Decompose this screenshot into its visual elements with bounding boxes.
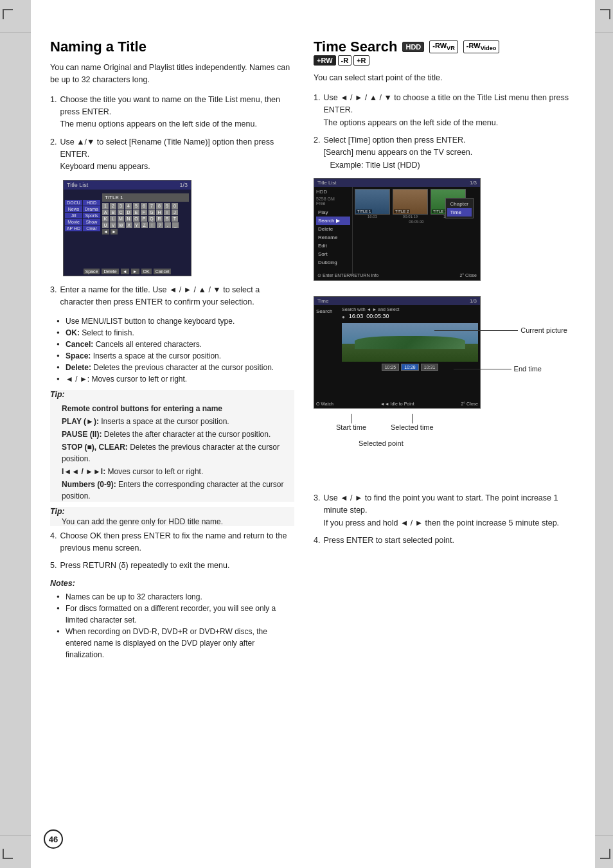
time-right-content: Search with ◄ ► and Select ● 16:03 00:05… [340,305,480,387]
time-search-header: Time Search HDD -RWVR -RWVideo +RW -R +R [314,39,576,66]
step3-list: 3. Enter a name for the title. Use ◄ / ►… [50,284,294,309]
step-1-text: Choose the title you want to name on the… [60,95,280,116]
badge-rw: +RW [314,55,336,66]
corner-mark-bottom-right [600,849,610,859]
time-top-bar: Time 1/3 [314,297,480,305]
tl-alpha-row-3: U V W X Y Z ! ? . _ [102,222,189,228]
time-preview-mountain [355,336,465,349]
badge-hdd: HDD [402,42,424,52]
bullet-space: Space: Inserts a space at the cursor pos… [57,350,294,362]
ts-step-1-content: Use ◄ / ► / ▲ / ▼ to choose a title on t… [323,92,576,129]
time-radio-row: ● 16:03 00:05:30 [342,313,478,321]
hdd-submenu-chapter[interactable]: Chapter [447,200,472,208]
tip2-text: You can add the genre only for HDD title… [62,517,294,526]
corner-mark-bottom-left [3,849,13,859]
bullet-delete: Delete: Deletes the previous character a… [57,362,294,373]
step-4-text: Choose OK then press ENTER to fix the na… [60,530,294,555]
hdd-screen-wrapper: Title List 1/3 HDD 5258 GMFree Play Sear… [314,178,576,281]
step-5-text: Press RETURN (δ) repeatedly to exit the … [60,560,229,572]
ts-steps-3-4: 3. Use ◄ / ► to find the point you want … [314,492,576,547]
right-margin-line-bottom [595,835,613,836]
ts-step-1-sub: The options appears on the left side of … [323,118,498,127]
step-1-num: 1. [50,94,57,131]
tip1-label: Tip: [50,390,294,399]
bullet-ok: OK: Select to finish. [57,327,294,339]
time-hint-watch: O Watch [316,402,333,406]
step-1-content: Choose the title you want to name on the… [60,94,294,131]
hdd-content: Chapter Time TITLE 1 16:03 [353,187,480,276]
current-picture-line [434,330,518,331]
scrub-time-2[interactable]: 10:28 [401,364,419,371]
annotation-start-time: Start time [336,414,366,431]
hdd-menu-delete[interactable]: Delete [316,225,350,233]
step-3-num: 3. [50,284,57,309]
hdd-menu-dubbing[interactable]: Dubbing [316,258,350,267]
hdd-enter-hint: ⊙ Enter ENTER/RETURN Info 2° Close [317,273,477,278]
note-3: When recording on DVD-R, DVD+R or DVD+RW… [57,626,294,660]
time-search-hint: Search with ◄ ► and Select [342,307,478,312]
right-margin [595,0,613,868]
step-5-num: 5. [50,560,57,572]
tl-cat-row-2: News Drama [65,206,100,212]
tl-cat-row-1: DOCU HDD [65,200,100,206]
scrub-time-1[interactable]: 10:25 [382,364,400,371]
step-2: 2. Use ▲/▼ to select [Rename (Title Name… [50,136,294,173]
tip1-section: Tip: Remote control buttons for entering… [50,390,294,502]
step-5: 5. Press RETURN (δ) repeatedly to exit t… [50,560,294,572]
annotation-end-time: End time [454,365,542,373]
tl-cat-hdd: HDD [83,200,100,206]
note-1: Names can be up to 32 characters long. [57,591,294,603]
tl-ok-btn[interactable]: OK [141,269,152,274]
notes-section: Notes: Names can be up to 32 characters … [50,579,294,660]
hdd-menu-play[interactable]: Play [316,208,350,217]
tl-bottom-bar: Space Delete ◄ ► OK Cancel [65,269,190,274]
hdd-screenshot: Title List 1/3 HDD 5258 GMFree Play Sear… [314,178,481,281]
ts-step-1: 1. Use ◄ / ► / ▲ / ▼ to choose a title o… [314,92,576,129]
badge-r: -R [338,55,352,66]
tl-next-btn[interactable]: ► [131,269,139,274]
left-margin [0,0,31,868]
page-number: 46 [44,829,63,849]
hdd-title-label: Title List [317,180,337,186]
step-1: 1. Choose the title you want to name on … [50,94,294,131]
page-container: Naming a Title You can name Original and… [0,0,613,868]
tl-delete-btn[interactable]: Delete [102,269,118,274]
bullet-list: Use MENU/LIST button to change keyboard … [57,315,294,385]
notes-label: Notes: [50,579,294,588]
hdd-free-label: 5258 GMFree [316,197,350,206]
hdd-menu-rename[interactable]: Rename [316,233,350,242]
scrub-time-3[interactable]: 10:31 [421,364,439,371]
hdd-menu: HDD 5258 GMFree Play Search ▶ Delete Ren… [314,187,353,276]
tl-cat-jill: Jill [65,213,82,218]
annotation-start-time-label: Start time [336,423,366,431]
step-3: 3. Enter a name for the title. Use ◄ / ►… [50,284,294,309]
tl-space-btn[interactable]: Space [84,269,100,274]
hdd-body: HDD 5258 GMFree Play Search ▶ Delete Ren… [314,187,480,276]
step-2-num: 2. [50,136,57,173]
bullet-1: Use MENU/LIST button to change keyboard … [57,315,294,327]
tl-title-bar: TITLE 1 [102,193,189,202]
hdd-menu-search[interactable]: Search ▶ [316,217,350,225]
tl-keyboard-area: TITLE 1 1 2 3 4 5 6 7 8 9 0 [102,193,189,235]
badge-row-2: +RW -R +R [314,55,576,66]
hdd-menu-edit[interactable]: Edit [316,242,350,250]
hdd-timecode-row: 00:05:30 [355,220,478,224]
ts-step-4-text: Press ENTER to start selected point. [323,535,454,547]
selected-time-vline [412,414,413,423]
step-4-num: 4. [50,530,57,555]
hdd-menu-sort[interactable]: Sort [316,250,350,258]
tl-cat-show: Show [83,219,100,225]
bullet-arrows: ◄ / ►: Moves cursor to left or right. [57,373,294,385]
time-search-title: Time Search [314,39,397,55]
ts-step-4: 4. Press ENTER to start selected point. [314,535,576,547]
hdd-submenu-time[interactable]: Time [447,208,472,217]
time-left-label: Search [314,305,340,387]
tl-prev-btn[interactable]: ◄ [121,269,129,274]
tl-cat-docu: DOCU [65,200,82,206]
ts-step-2-sub: [Search] menu appears on the TV screen. [323,148,472,157]
hdd-hint-enter: ⊙ Enter ENTER/RETURN Info [317,273,378,278]
tl-num-row: 1 2 3 4 5 6 7 8 9 0 [102,203,189,209]
note-2: For discs formatted on a different recor… [57,603,294,626]
tl-cancel-btn[interactable]: Cancel [154,269,172,274]
time-bottom-bar: O Watch ◄◄ Idle to Point 2° Close [316,402,478,406]
